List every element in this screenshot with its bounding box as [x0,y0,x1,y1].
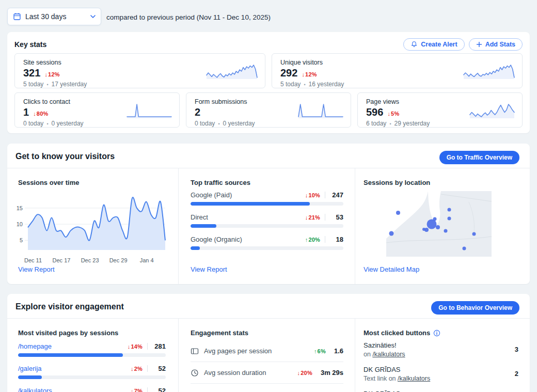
view-detailed-map-link[interactable]: View Detailed Map [364,265,419,273]
traffic-source-change: ↑20% [305,237,320,243]
sparkline-chart [463,62,515,80]
most-visited-pages-title: Most visited pages by sessions [18,329,118,337]
traffic-source-label: Google (Organic) [191,236,305,243]
bar-fill [191,202,310,206]
page-change: ↓2% [131,366,143,372]
traffic-source-label: Direct [191,213,305,221]
bar-track [191,224,343,228]
traffic-source-change: ↓10% [305,192,320,198]
engagement-stat-row: Avg session duration ↓20% 3m 29s [191,362,343,384]
sessions-by-location-title: Sessions by location [364,179,430,186]
key-stats-actions: Create Alert Add Stats [403,38,523,51]
engagement-stat-change: ↑6% [314,348,326,354]
stat-subtext: 0 today0 yesterday [195,120,342,127]
svg-text:5: 5 [20,237,23,243]
engagement-stat-row: Avg pages per session ↑6% 1.6 [191,340,343,362]
add-stats-button[interactable]: Add Stats [469,38,523,51]
most-visited-pages-panel: Most visited pages by sessions /homepage… [7,319,178,392]
visited-page-row: /kalkulators ↓7% 52 [18,387,166,392]
svg-text:Dec 29: Dec 29 [109,257,128,263]
go-to-traffic-overview-button[interactable]: Go to Traffic Overview [439,151,519,164]
create-alert-button[interactable]: Create Alert [403,38,464,51]
trend-arrow-icon: ↓ [305,192,308,198]
view-report-link-sources[interactable]: View Report [191,265,227,273]
divider [325,236,325,243]
bar-fill [191,246,200,250]
visited-page-row: /homepage ↓14% 281 [18,342,166,357]
stat-change: ↓12% [302,71,317,77]
visitors-section-card: Get to know your visitors Go to Traffic … [7,144,530,284]
bar-track [191,246,343,250]
trend-arrow-icon: ↓ [131,388,134,392]
most-clicked-buttons-title: Most clicked buttons [364,329,430,337]
stat-change [204,111,205,117]
stat-card-page-views[interactable]: Page views 596 ↓5% 6 today29 yesterday [357,92,523,128]
location-map [386,191,492,257]
stat-row-2: Clicks to contact 1 ↓80% 0 today0 yester… [14,92,523,128]
clicked-button-page-link[interactable]: /kalkulators [372,351,405,358]
clicked-button-page-link[interactable]: /kalkulators [398,375,430,382]
divider [325,214,325,221]
page-sessions-value: 52 [152,365,166,372]
stat-subtext: 5 today17 yesterday [23,81,257,88]
comparison-period-text: compared to previous period (Nov 11 - De… [106,8,271,26]
trend-arrow-icon: ↓ [131,366,134,372]
stat-subtext: 0 today0 yesterday [23,120,171,127]
svg-text:10: 10 [17,221,23,227]
sparkline-chart [127,101,172,119]
page-link[interactable]: /kalkulators [18,387,131,392]
svg-text:Jan 4: Jan 4 [140,257,154,263]
top-traffic-sources-panel: Top traffic sources Google (Paid) ↓10% 2… [178,168,355,284]
view-report-link-sessions[interactable]: View Report [18,265,55,273]
svg-text:Dec 17: Dec 17 [53,257,71,263]
sessions-over-time-title: Sessions over time [18,179,80,186]
key-stats-title: Key stats [14,40,46,49]
clicked-button-item: DK GRĪDAS Text link on /kalkulators 2 [364,366,518,382]
sparkline-chart [469,101,515,119]
stat-card-form-submissions[interactable]: Form submissions 2 0 today0 yesterday [186,92,351,128]
traffic-sources-title: Top traffic sources [191,179,250,186]
stat-change: ↓5% [387,111,399,117]
engagement-stats-title: Engagement stats [191,329,248,337]
page-link[interactable]: /galerija [18,365,131,372]
create-alert-label: Create Alert [421,41,457,48]
engagement-stats-panel: Engagement stats Avg pages per session ↑… [178,319,355,392]
engagement-section-title: Explore visitor engagement [15,302,124,311]
trend-arrow-icon: ↓ [297,370,301,376]
sessions-over-time-chart: 51015Dec 11Dec 17Dec 23Dec 29Jan 4 [12,189,168,266]
date-range-picker[interactable]: Last 30 days [7,8,101,25]
page-change: ↓14% [128,343,143,350]
engagement-stat-label: Avg session duration [204,369,292,377]
stat-row-1: Site sessions 321 ↓12% 5 today17 yesterd… [14,53,523,88]
stat-card-unique-visitors[interactable]: Unique visitors 292 ↓12% 5 today16 yeste… [272,53,523,88]
info-icon[interactable] [433,330,440,337]
pages-icon [191,347,199,355]
stat-card-site-sessions[interactable]: Site sessions 321 ↓12% 5 today17 yesterd… [14,53,265,88]
page-link[interactable]: /homepage [18,342,128,350]
bar-fill [191,224,216,228]
page-change: ↓7% [131,388,143,392]
trend-arrow-icon: ↓ [305,214,308,221]
trend-arrow-icon: ↓ [387,111,390,117]
stat-card-clicks-to-contact[interactable]: Clicks to contact 1 ↓80% 0 today0 yester… [14,92,180,128]
clock-icon [191,369,199,377]
bar-track [18,375,166,379]
traffic-source-row: Google (Paid) ↓10% 247 [191,191,343,206]
divider [147,365,148,372]
svg-text:15: 15 [17,205,23,211]
clicked-button-count: 2 [515,370,518,378]
traffic-source-change: ↓21% [305,214,320,221]
clicked-button-name: DK GRĪDAS [364,366,515,373]
clicked-button-item: Sazināties! on /kalkulators 3 [364,341,518,358]
page-sessions-value: 281 [152,342,166,350]
sparkline-chart [298,101,343,119]
stat-value: 321 [23,68,40,78]
trend-arrow-icon: ↓ [128,343,131,350]
most-clicked-buttons-panel: Most clicked buttons Sazināties! on /kal… [355,319,530,392]
stat-subtext: 5 today16 yesterday [280,81,514,88]
chevron-down-icon [90,15,96,18]
traffic-source-value: 247 [330,191,343,199]
clicked-button-name: Sazināties! [364,341,515,349]
sessions-by-location-panel: Sessions by location View Detailed Map [355,168,530,284]
go-to-behavior-overview-button[interactable]: Go to Behavior Overview [431,301,519,315]
